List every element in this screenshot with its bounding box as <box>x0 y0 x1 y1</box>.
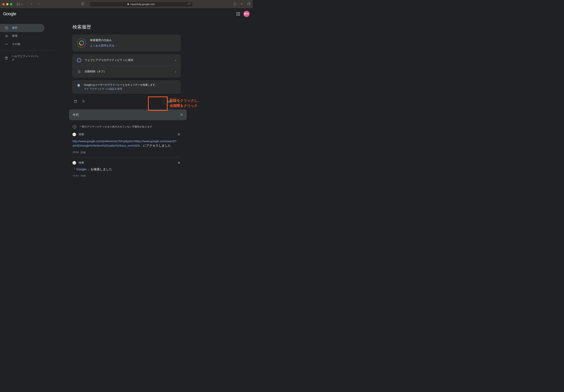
tabs-overview-button[interactable] <box>247 2 250 6</box>
check-icon: ✓ <box>77 58 81 62</box>
activity-suffix: にアクセスしました <box>142 144 171 147</box>
activity-detail-link[interactable]: 詳細 <box>81 175 86 177</box>
settings-card: ✓ ウェブとアプリのアクティビティに保存 › 自動削除（オフ） › <box>72 54 180 77</box>
annotation-text: 削除をクリックし、 全期間をクリック <box>170 98 201 108</box>
history-icon <box>5 26 9 30</box>
activity-item: 検索 ✕ http://www.google.com/preferences?h… <box>72 132 180 157</box>
google-apps-button[interactable] <box>236 12 240 16</box>
google-g-icon <box>77 38 86 48</box>
close-icon[interactable]: ✕ <box>180 112 183 117</box>
sidebar-item-label: 履歴 <box>12 26 17 30</box>
privacy-card: Google はユーザーのプライバシーとセキュリティを保護します。 マイ アクテ… <box>72 81 180 94</box>
auto-delete-icon <box>77 70 81 74</box>
activity-notice: ••• 一部のアクティビティがまだ表示されていない可能性があります <box>72 124 180 130</box>
help-icon <box>5 56 8 60</box>
search-icon[interactable] <box>82 99 85 104</box>
avatar[interactable]: 都子 <box>243 11 250 17</box>
divider <box>72 157 180 157</box>
sidebar-item-label: 管理 <box>12 34 17 38</box>
chevron-down-icon <box>116 44 118 47</box>
svg-point-4 <box>5 44 6 44</box>
info-icon: ••• <box>72 125 76 129</box>
activity-meta: 15:53 · 詳細 <box>72 175 180 177</box>
svg-point-10 <box>82 100 84 102</box>
svg-point-3 <box>6 36 7 37</box>
minimize-window-button[interactable] <box>6 3 9 5</box>
activity-source: 検索 <box>79 133 84 136</box>
faq-link[interactable]: よくある質問を見る <box>90 44 118 47</box>
back-button[interactable] <box>30 2 33 6</box>
activity-item: 検索 ✕ 「 Google 」を検索しました 15:53 · 詳細 <box>72 160 180 177</box>
page-title: 検索履歴 <box>72 24 180 30</box>
search-term-link[interactable]: Google <box>76 168 86 171</box>
sidebar-item-label: その他 <box>12 42 20 46</box>
sidebar-item-history[interactable]: 履歴 <box>0 24 44 32</box>
chevron-right-icon: › <box>175 58 176 62</box>
refresh-button[interactable] <box>188 2 191 6</box>
share-button[interactable] <box>233 2 236 6</box>
sidebar-item-help[interactable]: ヘルプとフィードバック <box>0 52 44 64</box>
svg-rect-0 <box>17 3 20 5</box>
today-label: 今日 <box>72 113 79 117</box>
activity-meta: 15:53 · 詳細 <box>72 151 180 154</box>
activity-source: 検索 <box>79 161 84 165</box>
save-activity-row[interactable]: ✓ ウェブとアプリのアクティビティに保存 › <box>73 55 180 66</box>
auto-delete-label: 自動削除（オフ） <box>85 70 106 73</box>
calendar-icon[interactable] <box>74 99 77 104</box>
activity-search-query: 「 Google 」を検索しました <box>72 168 180 171</box>
auto-delete-row[interactable]: 自動削除（オフ） › <box>73 66 180 77</box>
sidebar-item-label: ヘルプとフィードバック <box>12 55 40 62</box>
delete-activity-button[interactable]: ✕ <box>177 132 180 137</box>
svg-point-6 <box>7 44 8 44</box>
google-logo[interactable]: Google <box>3 11 16 16</box>
google-header: Google 都子 <box>0 9 253 19</box>
forward-button[interactable] <box>37 2 41 6</box>
privacy-text: Google はユーザーのプライバシーとセキュリティを保護します。 <box>84 83 158 87</box>
howitworks-card: 検索履歴の仕組み よくある質問を見る <box>72 35 180 51</box>
new-tab-button[interactable] <box>240 2 243 6</box>
google-favicon-icon <box>72 133 76 136</box>
sidebar-item-manage[interactable]: 管理 <box>0 32 44 40</box>
delete-activity-button[interactable]: ✕ <box>177 160 180 165</box>
url-text: myactivity.google.com <box>130 3 155 6</box>
svg-point-5 <box>6 44 7 44</box>
close-window-button[interactable] <box>2 3 5 5</box>
notice-text: 一部のアクティビティがまだ表示されていない可能性があります <box>80 125 152 128</box>
google-favicon-icon <box>72 161 76 165</box>
sidebar-item-other[interactable]: その他 <box>0 40 44 48</box>
chevron-right-icon: › <box>175 70 176 74</box>
privacy-shield-icon[interactable] <box>81 2 84 6</box>
more-icon <box>5 42 9 46</box>
filter-row: 削除 <box>72 97 180 107</box>
activity-detail-link[interactable]: 詳細 <box>81 151 86 154</box>
safari-toolbar: myactivity.google.com <box>0 0 253 9</box>
chevron-down-icon <box>20 3 24 6</box>
sidebar: 履歴 管理 その他 ヘルプとフィードバック <box>0 19 54 177</box>
svg-rect-2 <box>248 3 250 5</box>
lock-icon <box>127 3 129 5</box>
address-bar[interactable]: myactivity.google.com <box>90 1 193 7</box>
today-banner: 今日 ✕ <box>69 109 187 120</box>
sidebar-toggle-button[interactable] <box>16 2 24 7</box>
save-activity-label: ウェブとアプリのアクティビティに保存 <box>85 58 133 62</box>
shield-icon <box>77 84 81 88</box>
gear-icon <box>5 34 9 38</box>
svg-rect-9 <box>74 100 77 102</box>
privacy-manage-link[interactable]: マイ アクティビティの認証を管理 <box>84 87 158 91</box>
divider <box>0 50 54 50</box>
maximize-window-button[interactable] <box>10 3 12 5</box>
window-controls <box>2 3 12 5</box>
howitworks-title: 検索履歴の仕組み <box>90 39 118 42</box>
